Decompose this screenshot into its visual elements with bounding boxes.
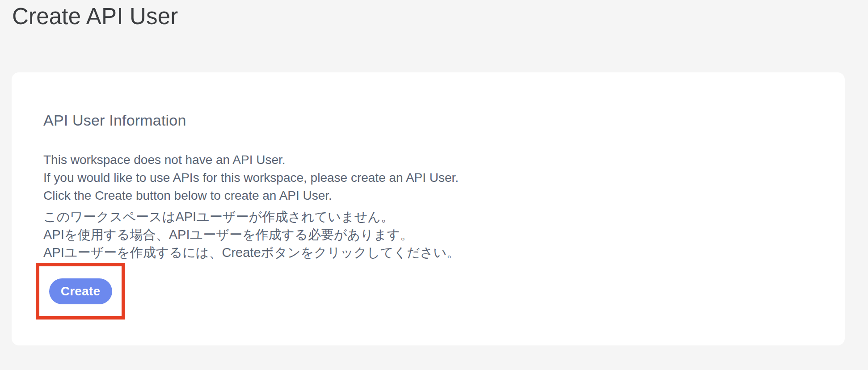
- card-heading: API User Information: [43, 112, 813, 129]
- message-english-line-2: If you would like to use APIs for this w…: [43, 169, 813, 187]
- create-button[interactable]: Create: [49, 278, 112, 304]
- message-japanese-line-3: APIユーザーを作成するには、Createボタンをクリックしてください。: [43, 244, 813, 261]
- message-japanese-line-2: APIを使用する場合、APIユーザーを作成する必要があります。: [43, 226, 813, 244]
- api-user-card: API User Information This workspace does…: [12, 72, 845, 345]
- page-title: Create API User: [12, 3, 178, 30]
- message-japanese: このワークスペースはAPIユーザーが作成されていません。 APIを使用する場合、…: [43, 208, 813, 261]
- message-english-line-1: This workspace does not have an API User…: [43, 151, 813, 169]
- message-english-line-3: Click the Create button below to create …: [43, 187, 813, 205]
- message-japanese-line-1: このワークスペースはAPIユーザーが作成されていません。: [43, 208, 813, 226]
- annotation-highlight-rectangle: Create: [36, 263, 125, 320]
- message-english: This workspace does not have an API User…: [43, 151, 813, 205]
